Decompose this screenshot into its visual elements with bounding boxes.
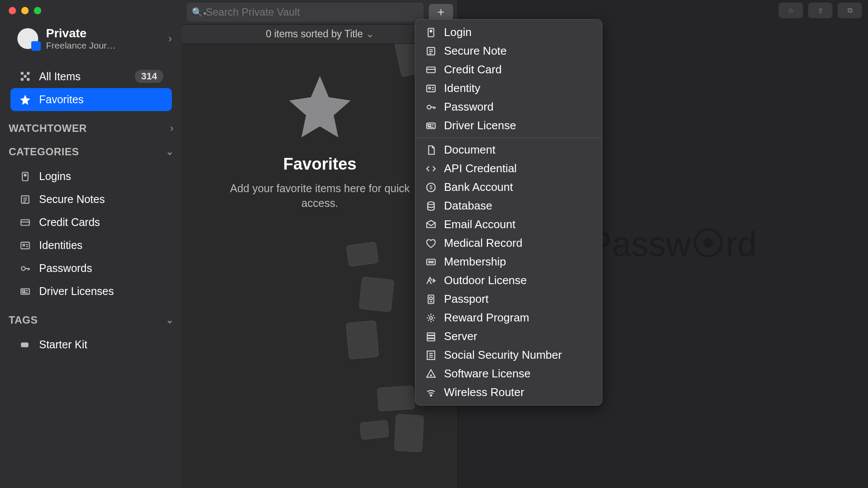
menu-item-login[interactable]: Login bbox=[415, 23, 602, 42]
menu-item-software-license[interactable]: Software License bbox=[415, 364, 602, 383]
id-icon bbox=[19, 239, 31, 252]
menu-item-label: Email Account bbox=[444, 218, 516, 231]
sidebar-item-driver-licenses[interactable]: Driver Licenses bbox=[10, 280, 172, 303]
id-icon bbox=[425, 82, 437, 95]
sidebar-item-identities[interactable]: Identities bbox=[10, 234, 172, 257]
sidebar-item-favorites[interactable]: Favorites bbox=[10, 88, 172, 111]
svg-point-3 bbox=[27, 78, 30, 81]
share-icon: ⇧ bbox=[818, 7, 823, 15]
open-external-button[interactable]: ⧉ bbox=[838, 3, 862, 18]
sidebar-item-passwords[interactable]: Passwords bbox=[10, 257, 172, 280]
sidebar-item-all-items[interactable]: All Items 314 bbox=[10, 65, 172, 88]
outdoor-icon bbox=[425, 275, 437, 287]
menu-item-label: Identity bbox=[444, 82, 480, 95]
pwd-icon bbox=[19, 262, 31, 275]
add-item-button[interactable]: + bbox=[429, 4, 453, 20]
menu-item-secure-note[interactable]: Secure Note bbox=[415, 42, 602, 60]
menu-item-outdoor-license[interactable]: Outdoor License bbox=[415, 271, 602, 290]
menu-separator bbox=[415, 138, 602, 138]
sidebar-heading-tags[interactable]: TAGS ⌄ bbox=[0, 306, 182, 330]
menu-item-label: Bank Account bbox=[444, 180, 513, 194]
sidebar-item-label: Passwords bbox=[39, 262, 92, 275]
chevron-right-icon: › bbox=[168, 33, 172, 45]
favorite-button[interactable]: ☆ bbox=[779, 3, 803, 18]
plus-icon: + bbox=[437, 5, 444, 19]
menu-item-label: Driver License bbox=[444, 119, 516, 132]
menu-item-document[interactable]: Document bbox=[415, 141, 602, 159]
menu-item-password[interactable]: Password bbox=[415, 98, 602, 116]
menu-item-credit-card[interactable]: Credit Card bbox=[415, 60, 602, 79]
chevron-down-icon: ⌄ bbox=[166, 314, 174, 326]
bank-icon: $ bbox=[425, 181, 437, 193]
menu-item-server[interactable]: Server bbox=[415, 327, 602, 346]
med-icon bbox=[425, 237, 437, 249]
card-icon bbox=[19, 216, 31, 229]
chevron-right-icon: › bbox=[170, 123, 174, 134]
vault-switcher[interactable]: Private Freelance Jour… › bbox=[0, 22, 182, 61]
menu-item-label: API Credential bbox=[444, 162, 517, 175]
menu-item-label: Wireless Router bbox=[444, 386, 524, 399]
sidebar-item-label: Logins bbox=[39, 170, 71, 183]
sidebar-heading-watchtower[interactable]: WATCHTOWER › bbox=[0, 115, 182, 138]
empty-state-subtitle: Add your favorite items here for quick a… bbox=[229, 181, 411, 211]
sidebar-item-logins[interactable]: Logins bbox=[10, 165, 172, 188]
menu-item-label: Server bbox=[444, 330, 477, 343]
close-window-button[interactable] bbox=[9, 7, 16, 14]
license-icon bbox=[19, 285, 31, 298]
db-icon bbox=[425, 200, 437, 212]
menu-item-identity[interactable]: Identity bbox=[415, 79, 602, 98]
vault-name: Private bbox=[46, 26, 161, 40]
sidebar-item-secure-notes[interactable]: Secure Notes bbox=[10, 188, 172, 211]
chevron-down-icon: ⌄ bbox=[166, 146, 174, 157]
search-icon: 🔍 bbox=[192, 7, 206, 17]
item-count-badge: 314 bbox=[135, 70, 163, 83]
svg-point-50 bbox=[429, 261, 431, 262]
grid-icon bbox=[19, 70, 31, 82]
menu-item-bank-account[interactable]: $Bank Account bbox=[415, 178, 602, 197]
menu-item-api-credential[interactable]: API Credential bbox=[415, 159, 602, 178]
menu-item-label: Social Security Number bbox=[444, 348, 562, 362]
key-icon bbox=[425, 26, 437, 39]
share-button[interactable]: ⇧ bbox=[808, 3, 832, 18]
note-icon bbox=[425, 45, 437, 57]
menu-item-label: Password bbox=[444, 100, 493, 114]
ssn-icon bbox=[425, 349, 437, 361]
svg-point-4 bbox=[24, 75, 27, 78]
minimize-window-button[interactable] bbox=[21, 7, 29, 14]
menu-item-passport[interactable]: Passport bbox=[415, 290, 602, 308]
sidebar-item-label: Favorites bbox=[39, 93, 84, 106]
sidebar-tag-starter-kit[interactable]: Starter Kit bbox=[10, 333, 172, 356]
sidebar-heading-categories[interactable]: CATEGORIES ⌄ bbox=[0, 138, 182, 161]
menu-item-label: Software License bbox=[444, 367, 530, 380]
star-icon bbox=[281, 70, 359, 144]
menu-item-database[interactable]: Database bbox=[415, 197, 602, 215]
heading-label: TAGS bbox=[9, 314, 38, 326]
menu-item-medical-record[interactable]: Medical Record bbox=[415, 234, 602, 252]
svg-rect-43 bbox=[428, 124, 431, 126]
search-input[interactable] bbox=[187, 3, 424, 22]
menu-item-membership[interactable]: Membership bbox=[415, 252, 602, 271]
note-icon bbox=[19, 193, 31, 206]
sw-icon bbox=[425, 368, 437, 380]
menu-item-label: Medical Record bbox=[444, 236, 523, 250]
menu-item-wireless-router[interactable]: Wireless Router bbox=[415, 383, 602, 402]
menu-item-reward-program[interactable]: Reward Program bbox=[415, 308, 602, 327]
vault-subtitle: Freelance Jour… bbox=[46, 40, 161, 51]
svg-point-2 bbox=[21, 78, 24, 81]
svg-rect-22 bbox=[23, 290, 25, 291]
menu-item-social-security-number[interactable]: Social Security Number bbox=[415, 346, 602, 364]
menu-item-label: Database bbox=[444, 199, 492, 213]
maximize-window-button[interactable] bbox=[34, 7, 41, 14]
sidebar-item-label: Driver Licenses bbox=[39, 285, 114, 298]
svg-point-17 bbox=[21, 266, 25, 270]
menu-item-email-account[interactable]: Email Account bbox=[415, 215, 602, 234]
sidebar-item-label: Secure Notes bbox=[39, 193, 105, 206]
external-link-icon: ⧉ bbox=[848, 7, 852, 14]
key-icon bbox=[19, 170, 31, 183]
empty-state-title: Favorites bbox=[283, 155, 357, 174]
sidebar-item-label: All Items bbox=[39, 70, 81, 83]
sidebar-item-credit-cards[interactable]: Credit Cards bbox=[10, 211, 172, 234]
card-icon bbox=[425, 64, 437, 76]
menu-item-label: Passport bbox=[444, 292, 489, 306]
menu-item-driver-license[interactable]: Driver License bbox=[415, 116, 602, 135]
